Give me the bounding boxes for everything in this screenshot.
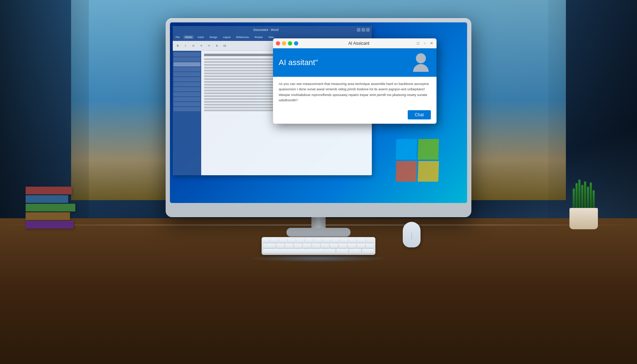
word-toolbar-btn-5[interactable]: ≡ — [205, 43, 213, 49]
key[interactable] — [305, 239, 313, 243]
keyboard-row-2 — [263, 243, 374, 248]
word-sidebar-item[interactable] — [173, 62, 200, 66]
grass-blade — [578, 180, 580, 208]
word-close[interactable] — [366, 28, 370, 32]
ai-minimize-btn[interactable]: ◻ — [416, 41, 420, 45]
key[interactable] — [349, 249, 361, 253]
avatar-head — [416, 53, 426, 63]
word-sidebar-item[interactable] — [173, 87, 200, 91]
monitor: Document - Word File Home Insert Design … — [166, 18, 471, 217]
book-5 — [26, 221, 74, 229]
word-tab-insert[interactable]: Insert — [196, 36, 205, 39]
keyboard-glow — [247, 255, 390, 262]
key[interactable] — [312, 243, 320, 248]
grass-blade — [590, 182, 592, 208]
word-sidebar-item[interactable] — [173, 107, 200, 111]
windows-logo — [396, 139, 439, 182]
word-tab-layout[interactable]: Layout — [221, 36, 232, 39]
word-minimize[interactable] — [357, 28, 360, 32]
key[interactable] — [366, 243, 374, 248]
traffic-light-red[interactable] — [276, 41, 280, 46]
key[interactable] — [321, 243, 329, 248]
key[interactable] — [357, 243, 365, 248]
word-sidebar-item[interactable] — [173, 67, 200, 71]
word-titlebar: Document - Word — [173, 26, 372, 34]
key[interactable] — [303, 243, 311, 248]
word-sidebar-item[interactable] — [173, 97, 200, 101]
plant-grass — [566, 180, 601, 208]
key[interactable] — [357, 239, 365, 243]
word-title: Document - Word — [175, 28, 357, 32]
key[interactable] — [330, 243, 338, 248]
book-3 — [26, 204, 75, 212]
traffic-light-yellow[interactable] — [282, 41, 286, 46]
key[interactable] — [348, 243, 356, 248]
word-toolbar-btn-1[interactable]: B — [174, 43, 181, 49]
word-sidebar-item[interactable] — [173, 57, 200, 61]
ai-titlebar: AI Assicant ◻ ○ ✕ — [273, 38, 437, 48]
avatar-body — [413, 64, 429, 72]
word-sidebar-item[interactable] — [173, 72, 200, 76]
mouse[interactable] — [403, 222, 421, 247]
word-toolbar-btn-6[interactable]: A — [213, 43, 220, 49]
chat-button[interactable]: Chat — [408, 110, 431, 119]
word-toolbar-btn-7[interactable]: 12 — [221, 43, 228, 49]
key[interactable] — [336, 249, 348, 253]
key[interactable] — [279, 239, 287, 243]
key[interactable] — [322, 239, 331, 243]
word-sidebar-item[interactable] — [173, 102, 200, 106]
word-sidebar-item[interactable] — [173, 52, 200, 57]
word-sidebar-item[interactable] — [173, 92, 200, 96]
key[interactable] — [314, 239, 322, 243]
ai-header-title: AI assitant" — [279, 58, 405, 67]
word-maximize[interactable] — [362, 28, 365, 32]
key[interactable] — [263, 243, 275, 248]
key[interactable] — [296, 239, 305, 243]
word-tab-home[interactable]: Home — [184, 36, 193, 39]
ai-restore-btn[interactable]: ○ — [423, 41, 427, 45]
key[interactable] — [294, 243, 302, 248]
keyboard — [262, 237, 375, 255]
key[interactable] — [285, 243, 293, 248]
ai-message-text: As you can see measurement that measurin… — [279, 81, 431, 107]
word-tab-design[interactable]: Design — [208, 36, 219, 39]
ai-window-title: AI Assicant — [302, 41, 416, 46]
traffic-light-green[interactable] — [288, 41, 292, 46]
key-space[interactable] — [263, 249, 336, 253]
grass-blade — [593, 190, 595, 208]
ai-assistant-window: AI Assicant ◻ ○ ✕ AI assitant" As you ca — [273, 38, 437, 124]
book-4 — [26, 212, 70, 220]
word-toolbar-btn-3[interactable]: U — [190, 43, 197, 49]
word-toolbar-btn-2[interactable]: I — [182, 43, 189, 49]
key[interactable] — [349, 239, 357, 243]
word-sidebar — [173, 51, 201, 175]
mouse-divider — [411, 232, 412, 240]
word-sidebar-item[interactable] — [173, 82, 200, 86]
word-window-controls — [357, 28, 370, 32]
ai-close-btn[interactable]: ✕ — [429, 41, 434, 45]
key[interactable] — [340, 239, 348, 243]
key[interactable] — [270, 239, 278, 243]
key[interactable] — [263, 239, 269, 243]
ai-avatar — [411, 53, 431, 73]
ai-header: AI assitant" — [273, 48, 437, 77]
word-tab-file[interactable]: File — [174, 36, 181, 39]
key[interactable] — [362, 249, 374, 253]
plant — [562, 208, 605, 229]
traffic-light-blue[interactable] — [294, 41, 298, 46]
word-sidebar-item[interactable] — [173, 77, 200, 81]
books-stack — [26, 187, 75, 229]
keyboard-row-3 — [263, 249, 374, 253]
key[interactable] — [339, 243, 347, 248]
word-tab-references[interactable]: References — [235, 36, 250, 39]
monitor-stand-base — [287, 228, 350, 237]
word-tab-review[interactable]: Review — [253, 36, 264, 39]
key[interactable] — [276, 243, 284, 248]
book-2 — [26, 195, 68, 203]
word-toolbar-btn-4[interactable]: ≡ — [198, 43, 205, 49]
key[interactable] — [288, 239, 296, 243]
windows-pane-blue — [396, 139, 417, 160]
grass-blade — [584, 181, 586, 208]
key[interactable] — [366, 239, 374, 243]
key[interactable] — [331, 239, 339, 243]
